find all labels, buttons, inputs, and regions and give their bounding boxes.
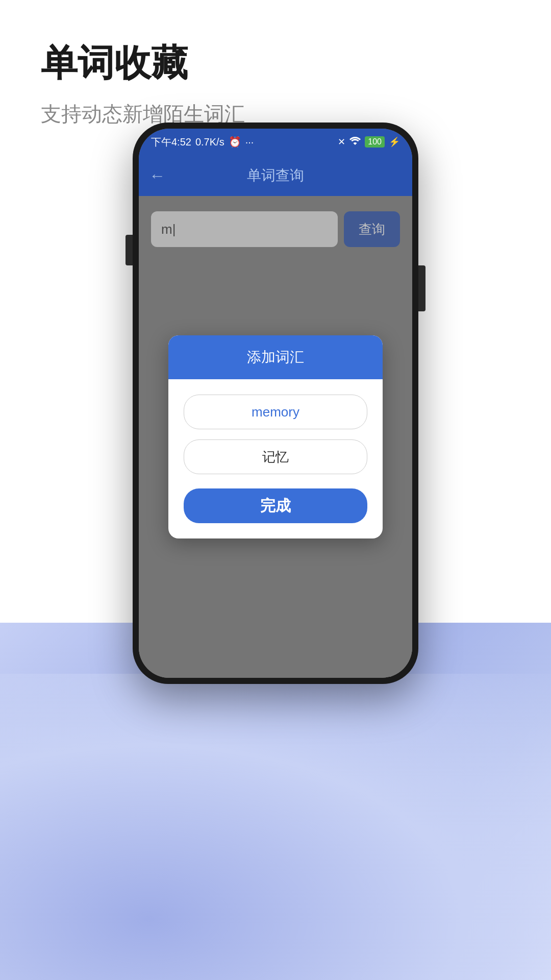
charging-icon: ⚡ — [389, 136, 400, 148]
power-button — [418, 265, 425, 311]
app-bar-title: 单词查询 — [247, 166, 304, 185]
dialog-title: 添加词汇 — [247, 349, 304, 365]
translation-field[interactable]: 记忆 — [184, 439, 367, 474]
status-dots: ··· — [245, 136, 254, 148]
battery-icon: 100 — [365, 136, 385, 148]
app-body: m| 查询 添加词汇 — [139, 196, 412, 678]
status-time: 下午4:52 — [151, 135, 191, 149]
translation-value: 记忆 — [262, 448, 289, 466]
word-field[interactable]: memory — [184, 395, 367, 429]
battery-level: 100 — [368, 137, 382, 146]
dialog-header: 添加词汇 — [168, 335, 383, 379]
confirm-button[interactable]: 完成 — [184, 488, 367, 523]
status-network: 0.7K/s — [195, 136, 224, 148]
phone-mockup: 下午4:52 0.7K/s ⏰ ··· ✕ 100 — [133, 122, 418, 684]
back-button[interactable]: ← — [149, 166, 165, 185]
app-bar: ← 单词查询 — [139, 155, 412, 196]
dialog-body: memory 记忆 完成 — [168, 379, 383, 538]
status-bar: 下午4:52 0.7K/s ⏰ ··· ✕ 100 — [139, 129, 412, 155]
status-left: 下午4:52 0.7K/s ⏰ ··· — [151, 135, 254, 149]
wifi-icon — [349, 137, 361, 148]
volume-button — [126, 235, 133, 265]
page-title: 单词收藏 — [41, 41, 510, 85]
confirm-label: 完成 — [260, 496, 291, 517]
status-right: ✕ 100 ⚡ — [338, 136, 400, 148]
phone-outer: 下午4:52 0.7K/s ⏰ ··· ✕ 100 — [133, 122, 418, 684]
x-icon: ✕ — [338, 136, 345, 148]
alarm-icon: ⏰ — [229, 136, 241, 148]
dialog-overlay: 添加词汇 memory 记忆 — [139, 196, 412, 678]
add-vocabulary-dialog: 添加词汇 memory 记忆 — [168, 335, 383, 538]
page-header: 单词收藏 支持动态新增陌生词汇 — [0, 0, 551, 128]
phone-screen: 下午4:52 0.7K/s ⏰ ··· ✕ 100 — [139, 129, 412, 678]
word-value: memory — [252, 404, 299, 420]
